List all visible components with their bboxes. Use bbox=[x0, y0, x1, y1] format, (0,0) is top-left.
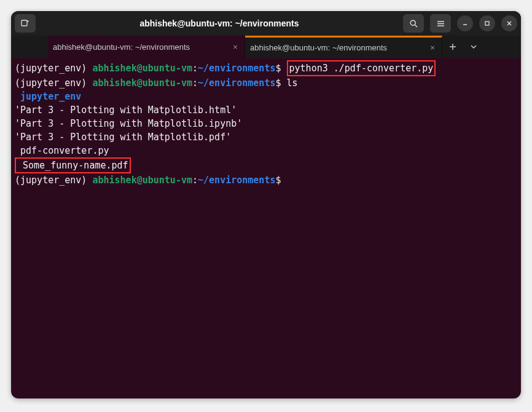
tab-1[interactable]: abhishek@ubuntu-vm: ~/environments × bbox=[48, 36, 245, 58]
terminal-output-5: Some_funny-name.pdf bbox=[15, 157, 517, 173]
new-tab-button[interactable] bbox=[15, 14, 36, 33]
tab-2-label: abhishek@ubuntu-vm: ~/environments bbox=[250, 43, 387, 52]
terminal-window: abhishek@ubuntu-vm: ~/environments abhis… bbox=[11, 11, 521, 398]
tabbar-add-button[interactable] bbox=[442, 36, 463, 58]
terminal-line-prompt: (jupyter_env) abhishek@ubuntu-vm:~/envir… bbox=[15, 173, 517, 187]
search-icon bbox=[409, 19, 418, 28]
terminal-line-1: (jupyter_env) abhishek@ubuntu-vm:~/envir… bbox=[15, 60, 517, 76]
terminal-output-4: pdf-converter.py bbox=[15, 144, 517, 157]
tab-1-close-icon[interactable]: × bbox=[231, 42, 240, 52]
svg-line-2 bbox=[415, 25, 417, 27]
terminal-content[interactable]: (jupyter_env) abhishek@ubuntu-vm:~/envir… bbox=[11, 58, 521, 398]
maximize-button[interactable] bbox=[479, 15, 495, 31]
minimize-icon bbox=[461, 20, 469, 27]
tabbar-menu-button[interactable] bbox=[463, 36, 484, 58]
terminal-output-3: 'Part 3 - Plotting with Matplotlib.pdf' bbox=[15, 130, 517, 144]
close-icon bbox=[506, 20, 513, 27]
tab-1-label: abhishek@ubuntu-vm: ~/environments bbox=[53, 42, 190, 52]
close-button[interactable] bbox=[501, 15, 517, 31]
terminal-output-2: 'Part 3 - Plotting with Matplotlib.ipynb… bbox=[15, 117, 517, 130]
chevron-down-icon bbox=[470, 43, 477, 50]
hamburger-icon bbox=[436, 19, 445, 28]
maximize-icon bbox=[483, 20, 491, 27]
tab-2[interactable]: abhishek@ubuntu-vm: ~/environments × bbox=[245, 36, 442, 58]
svg-point-1 bbox=[410, 20, 415, 25]
highlighted-command: python3 ./pdf-converter.py bbox=[287, 60, 436, 76]
tab-2-close-icon[interactable]: × bbox=[428, 43, 437, 52]
terminal-line-2: (jupyter_env) abhishek@ubuntu-vm:~/envir… bbox=[15, 76, 517, 90]
tabbar: abhishek@ubuntu-vm: ~/environments × abh… bbox=[11, 36, 521, 58]
window-title: abhishek@ubuntu-vm: ~/environments bbox=[41, 18, 398, 28]
terminal-output-dir: jupyter_env bbox=[15, 90, 517, 103]
plus-icon bbox=[448, 42, 457, 51]
titlebar: abhishek@ubuntu-vm: ~/environments bbox=[11, 11, 521, 36]
svg-rect-0 bbox=[22, 20, 27, 26]
new-tab-icon bbox=[20, 18, 30, 28]
highlighted-file: Some_funny-name.pdf bbox=[15, 157, 131, 173]
menu-button[interactable] bbox=[430, 14, 451, 33]
svg-rect-7 bbox=[485, 22, 489, 25]
minimize-button[interactable] bbox=[457, 15, 473, 31]
search-button[interactable] bbox=[403, 14, 424, 33]
terminal-output-1: 'Part 3 - Plotting with Matplotlib.html' bbox=[15, 103, 517, 117]
